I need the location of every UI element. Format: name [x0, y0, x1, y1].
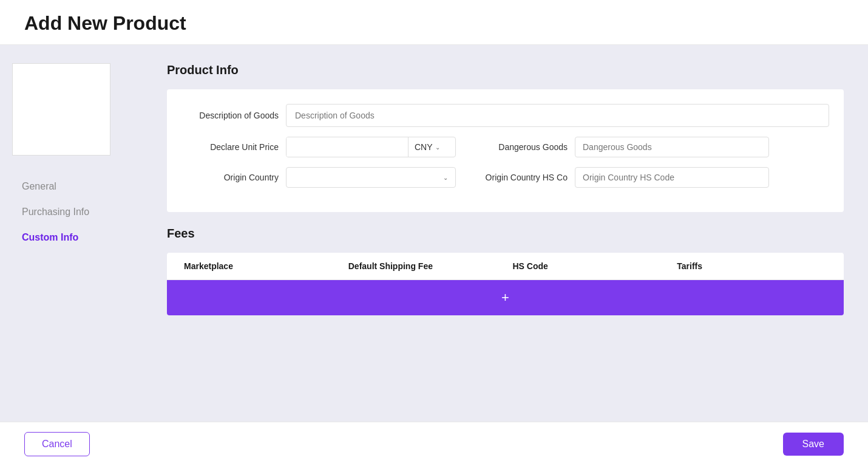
- fees-title: Fees: [167, 227, 844, 241]
- origin-row: Origin Country ⌄ Origin Country HS Co: [181, 167, 829, 188]
- col-header-tariffs: Tariffs: [670, 253, 834, 279]
- origin-hs-group: Origin Country HS Co: [470, 167, 769, 188]
- currency-dropdown[interactable]: CNY ⌄: [408, 137, 446, 157]
- product-info-section: Product Info Description of Goods Declar…: [167, 63, 844, 212]
- origin-country-select[interactable]: [294, 173, 443, 182]
- page-header: Add New Product: [0, 0, 868, 45]
- page-title: Add New Product: [24, 12, 844, 35]
- price-input[interactable]: [287, 137, 408, 157]
- origin-hs-label: Origin Country HS Co: [470, 173, 568, 182]
- save-button[interactable]: Save: [783, 433, 844, 456]
- product-info-card: Description of Goods Declare Unit Price …: [167, 89, 844, 212]
- sidebar-item-general[interactable]: General: [12, 174, 131, 199]
- chevron-down-icon: ⌄: [443, 174, 448, 181]
- form-area: Product Info Description of Goods Declar…: [143, 45, 868, 422]
- col-header-shipping-fee: Default Shipping Fee: [341, 253, 506, 279]
- sidebar-item-purchasing-info[interactable]: Purchasing Info: [12, 199, 131, 225]
- fees-table-header: Marketplace Default Shipping Fee HS Code…: [167, 253, 844, 280]
- declare-unit-price-label: Declare Unit Price: [181, 142, 279, 152]
- description-label: Description of Goods: [181, 111, 279, 120]
- sidebar: General Purchasing Info Custom Info: [0, 45, 143, 422]
- price-group-wrapper: Declare Unit Price CNY ⌄: [181, 137, 456, 157]
- fees-section: Fees Marketplace Default Shipping Fee HS…: [167, 227, 844, 315]
- col-header-hs-code: HS Code: [506, 253, 670, 279]
- origin-hs-input[interactable]: [575, 167, 769, 188]
- description-input[interactable]: [286, 104, 829, 127]
- fees-table: Marketplace Default Shipping Fee HS Code…: [167, 253, 844, 315]
- origin-country-group: Origin Country ⌄: [181, 167, 456, 188]
- chevron-down-icon: ⌄: [435, 144, 440, 151]
- description-row: Description of Goods: [181, 104, 829, 127]
- sidebar-item-custom-info[interactable]: Custom Info: [12, 225, 131, 250]
- product-image-box: [12, 63, 110, 156]
- dangerous-goods-input[interactable]: [575, 137, 769, 157]
- origin-country-label: Origin Country: [181, 173, 279, 182]
- dangerous-goods-group: Dangerous Goods: [470, 137, 769, 157]
- footer: Cancel Save: [0, 422, 868, 466]
- price-input-group: CNY ⌄: [286, 137, 456, 157]
- product-info-title: Product Info: [167, 63, 844, 77]
- cancel-button[interactable]: Cancel: [24, 432, 90, 456]
- add-row-button[interactable]: +: [167, 280, 844, 315]
- currency-label: CNY: [415, 142, 433, 152]
- col-header-marketplace: Marketplace: [177, 253, 341, 279]
- price-dangerous-row: Declare Unit Price CNY ⌄ Dangerous Goods: [181, 137, 829, 157]
- origin-country-select-wrapper[interactable]: ⌄: [286, 167, 456, 188]
- main-content: General Purchasing Info Custom Info Prod…: [0, 45, 868, 422]
- dangerous-goods-label: Dangerous Goods: [470, 142, 568, 152]
